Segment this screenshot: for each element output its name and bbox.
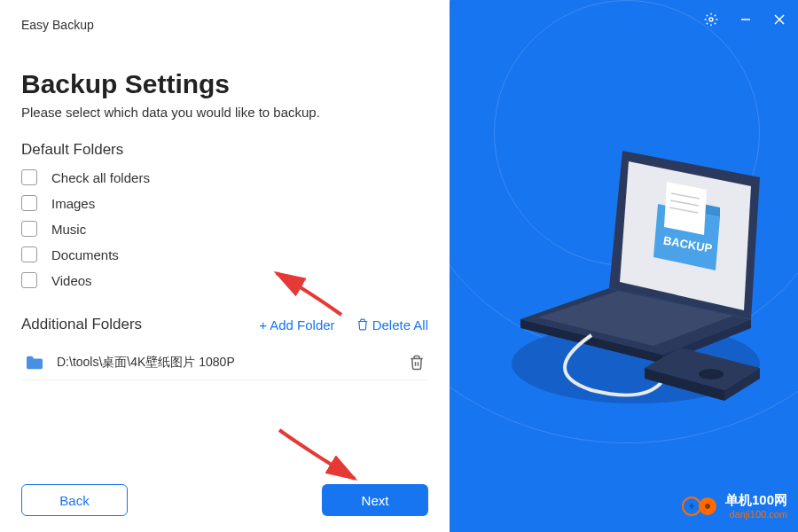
right-panel: BACKUP + 单机100网 danji100.com <box>450 0 798 532</box>
delete-all-button[interactable]: Delete All <box>356 317 428 332</box>
watermark: + 单机100网 danji100.com <box>681 492 787 520</box>
music-label: Music <box>51 222 86 237</box>
close-icon[interactable] <box>773 13 786 26</box>
svg-point-14 <box>705 504 710 509</box>
app-title: Easy Backup <box>21 18 428 32</box>
images-checkbox[interactable] <box>21 195 37 211</box>
videos-row: Videos <box>21 272 227 288</box>
watermark-logo-icon: + <box>681 496 720 517</box>
backup-illustration: BACKUP <box>485 115 769 417</box>
gear-icon[interactable] <box>704 12 718 27</box>
watermark-main: 单机100网 <box>725 492 787 509</box>
check-all-checkbox[interactable] <box>21 169 37 185</box>
left-panel: Easy Backup Backup Settings Please selec… <box>0 0 450 532</box>
music-row: Music <box>21 221 227 237</box>
images-row: Images <box>21 195 227 211</box>
next-button[interactable]: Next <box>322 484 428 516</box>
folder-icon <box>25 355 44 371</box>
documents-row: Documents <box>21 246 227 262</box>
music-checkbox[interactable] <box>21 221 37 237</box>
page-subtitle: Please select which data you would like … <box>21 105 428 120</box>
svg-point-0 <box>709 18 713 21</box>
back-button[interactable]: Back <box>21 484 128 516</box>
page-title: Backup Settings <box>21 69 428 99</box>
folder-path: D:\tools\桌面\4K壁纸图片 1080P <box>57 355 409 371</box>
folder-row: D:\tools\桌面\4K壁纸图片 1080P <box>21 346 428 380</box>
documents-label: Documents <box>51 247 119 262</box>
default-folders-title: Default Folders <box>21 141 428 159</box>
documents-checkbox[interactable] <box>21 246 37 262</box>
trash-icon <box>356 318 369 331</box>
watermark-sub: danji100.com <box>725 509 787 520</box>
check-all-label: Check all folders <box>51 170 150 185</box>
videos-label: Videos <box>51 273 92 288</box>
additional-folders-title: Additional Folders <box>21 316 142 333</box>
videos-checkbox[interactable] <box>21 272 37 288</box>
check-all-row: Check all folders <box>21 169 428 185</box>
images-label: Images <box>51 196 95 211</box>
svg-text:+: + <box>688 500 694 512</box>
arrow-annotation-2 <box>275 426 364 488</box>
svg-point-9 <box>699 369 724 379</box>
add-folder-button[interactable]: + Add Folder <box>259 317 334 332</box>
delete-folder-icon[interactable] <box>409 355 425 371</box>
minimize-icon[interactable] <box>739 13 752 26</box>
